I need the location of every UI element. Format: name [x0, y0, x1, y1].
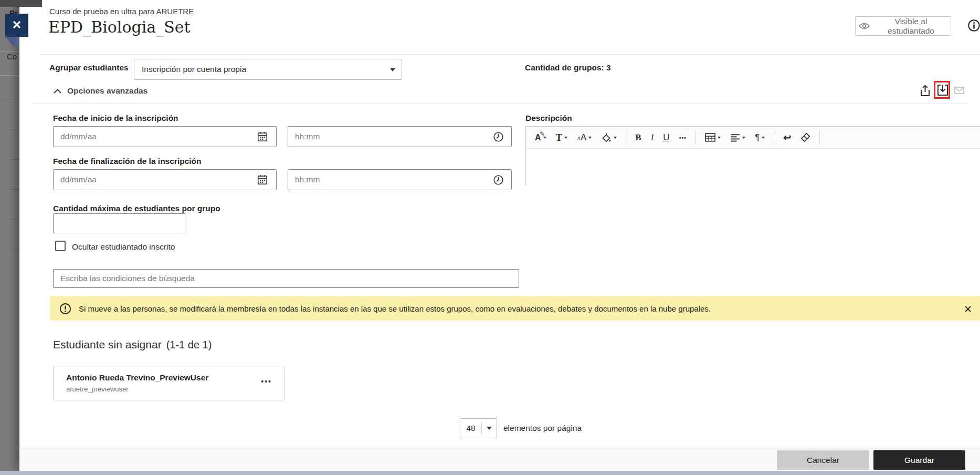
- footer-bar: Cancelar Guardar: [19, 447, 980, 471]
- visibility-label: Visible al estudiantado: [874, 17, 947, 36]
- group-set-panel: Curso de prueba en ultra para ARUETRE EP…: [19, 0, 980, 471]
- chevron-down-icon: [588, 137, 592, 139]
- enrollment-end-label: Fecha de finalización de la inscripción: [53, 157, 202, 166]
- warning-banner: Si mueve a las personas, se modificará l…: [50, 296, 980, 321]
- student-options-menu[interactable]: •••: [258, 377, 275, 386]
- group-count-label: Cantidad de grupos: 3: [525, 63, 611, 73]
- backdrop-partial-text: Co: [7, 52, 17, 61]
- enrollment-start-label: Fecha de inicio de la inscripción: [53, 113, 178, 123]
- dismiss-warning-button[interactable]: ✕: [961, 303, 975, 316]
- toolbar-separator: [774, 131, 774, 144]
- course-title: Curso de prueba en ultra para ARUETRE: [49, 7, 194, 16]
- page-size-select[interactable]: 48: [460, 418, 497, 438]
- backdrop-divider: [10, 249, 19, 250]
- group-students-select[interactable]: Inscripción por cuenta propia: [134, 59, 402, 80]
- unassigned-section-title: Estudiante sin asignar(1-1 de 1): [53, 338, 212, 351]
- bold-icon: B: [635, 132, 641, 143]
- backdrop-divider: [10, 159, 19, 160]
- editor-toolbar: A✎ T AA B I: [526, 127, 980, 149]
- backdrop-header-bar: [0, 0, 42, 7]
- toolbar-separator: [819, 131, 820, 144]
- description-label: Descripción: [525, 113, 572, 123]
- save-button[interactable]: Guardar: [873, 450, 965, 470]
- chevron-down-icon: [718, 137, 721, 139]
- chevron-down-icon: [487, 427, 492, 430]
- search-input[interactable]: [53, 269, 519, 288]
- cancel-button[interactable]: Cancelar: [777, 450, 869, 470]
- backdrop-divider: [0, 100, 19, 100]
- window-bottom-edge: [0, 471, 980, 475]
- chevron-down-icon: [614, 137, 617, 139]
- eraser-icon: [800, 132, 810, 142]
- underline-icon: U: [663, 132, 669, 143]
- italic-icon: I: [651, 132, 654, 143]
- dimmed-background-page: Pr Co: [0, 0, 19, 475]
- description-editor: A✎ T AA B I: [525, 126, 980, 185]
- paragraph-icon: ¶: [755, 132, 760, 143]
- paragraph-style-button[interactable]: ¶: [751, 130, 768, 145]
- select-divider: [481, 422, 482, 435]
- undo-icon: ↩: [783, 132, 791, 143]
- table-icon: [705, 133, 715, 142]
- chevron-down-icon: [564, 137, 567, 139]
- screen: Pr Co Curso de prueba en ultra para ARUE…: [0, 0, 980, 475]
- backdrop-divider: [10, 189, 19, 190]
- chevron-up-icon: [53, 88, 62, 94]
- backdrop-divider: [10, 129, 19, 130]
- warning-message: Si mueve a las personas, se modificará l…: [79, 304, 711, 313]
- visibility-dropdown-button[interactable]: Visible al estudiantado: [855, 16, 951, 36]
- description-textarea[interactable]: [526, 149, 980, 185]
- page-size-value: 48: [460, 424, 481, 433]
- bold-button[interactable]: B: [631, 130, 645, 145]
- export-groups-button[interactable]: [920, 85, 931, 97]
- end-date-input[interactable]: [53, 169, 277, 190]
- advanced-options-toggle[interactable]: Opciones avanzadas: [53, 86, 147, 96]
- page-size-label: elementos por página: [503, 424, 582, 433]
- exclamation-circle-icon: [59, 303, 71, 315]
- group-students-label: Agrupar estudiantes: [49, 63, 129, 73]
- unassigned-title-text: Estudiante sin asignar: [53, 338, 162, 350]
- info-icon[interactable]: [967, 19, 980, 32]
- start-time-input[interactable]: [288, 126, 512, 147]
- close-panel-button[interactable]: ✕: [5, 14, 28, 37]
- chevron-down-icon: [742, 137, 745, 139]
- align-icon: [730, 133, 740, 142]
- group-students-value: Inscripción por cuenta propia: [142, 65, 246, 74]
- undo-button[interactable]: ↩: [779, 130, 795, 146]
- student-username: aruetre_previewuser: [66, 385, 129, 393]
- eye-icon: [859, 22, 870, 30]
- font-size-icon: AA: [577, 132, 586, 143]
- toolbar-separator: [626, 131, 626, 144]
- header-divider: [39, 54, 980, 55]
- max-students-input[interactable]: [53, 213, 185, 233]
- typeface-icon: T: [556, 132, 563, 143]
- clear-formatting-button[interactable]: [797, 130, 814, 144]
- page-title: EPD_Biologia_Set: [48, 18, 191, 36]
- more-formatting-button[interactable]: •••: [676, 132, 691, 143]
- student-card: Antonio Rueda Trevino_PreviewUser aruetr…: [53, 366, 285, 400]
- hide-enrolled-label: Ocultar estudiantado inscrito: [72, 242, 175, 252]
- end-time-input[interactable]: [288, 169, 512, 190]
- advanced-options-label: Opciones avanzadas: [67, 86, 147, 96]
- backdrop-divider: [0, 75, 19, 76]
- hide-enrolled-checkbox[interactable]: [55, 241, 66, 251]
- unassigned-range: (1-1 de 1): [166, 339, 212, 350]
- typeface-button[interactable]: T: [552, 130, 572, 146]
- backdrop-divider: [10, 219, 19, 220]
- toolbar-separator: [696, 131, 696, 144]
- email-icon[interactable]: [954, 87, 964, 94]
- font-size-button[interactable]: AA: [573, 130, 595, 145]
- student-name: Antonio Rueda Trevino_PreviewUser: [66, 373, 208, 383]
- highlight-color-button[interactable]: [597, 130, 620, 145]
- align-button[interactable]: [726, 131, 749, 144]
- insert-table-button[interactable]: [701, 131, 724, 144]
- start-date-input[interactable]: [53, 126, 277, 147]
- text-style-icon: A✎: [535, 133, 541, 142]
- chevron-down-icon: [390, 68, 395, 71]
- section-divider: [30, 103, 967, 104]
- italic-button[interactable]: I: [647, 130, 658, 145]
- import-groups-button[interactable]: [937, 84, 949, 96]
- paint-bucket-icon: [601, 132, 612, 143]
- underline-button[interactable]: U: [659, 130, 673, 145]
- text-style-button[interactable]: A✎: [531, 131, 550, 144]
